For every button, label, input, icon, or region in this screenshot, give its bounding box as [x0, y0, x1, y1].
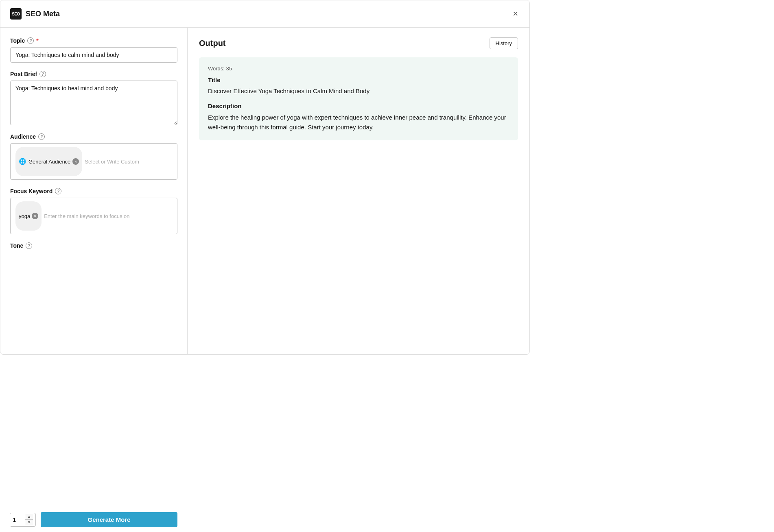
- keyword-tag-label: yoga: [19, 213, 30, 219]
- topic-help-icon[interactable]: ?: [27, 37, 34, 44]
- output-word-count: Words: 35: [208, 65, 509, 72]
- post-brief-field-group: Post Brief ?: [10, 71, 177, 125]
- audience-field-group: Audience ? 🌐 General Audience × Select o…: [10, 133, 177, 180]
- tone-label: Tone ?: [10, 242, 177, 249]
- topic-field-group: Topic ? *: [10, 37, 177, 63]
- left-panel: Topic ? * Post Brief ? Audience ? 🌐: [0, 28, 188, 354]
- topic-label-text: Topic: [10, 37, 25, 44]
- output-title-heading: Title: [208, 76, 509, 83]
- dialog-header: SEO SEO Meta ×: [0, 0, 529, 28]
- focus-keyword-help-icon[interactable]: ?: [55, 188, 61, 194]
- output-description-content: Explore the healing power of yoga with e…: [208, 113, 509, 132]
- focus-keyword-label-text: Focus Keyword: [10, 188, 52, 194]
- dialog-title: SEO Meta: [26, 10, 60, 18]
- output-description-heading: Description: [208, 102, 509, 109]
- tone-field-group: Tone ?: [10, 242, 177, 281]
- topic-label: Topic ? *: [10, 37, 177, 44]
- post-brief-help-icon[interactable]: ?: [39, 71, 46, 77]
- keyword-tag: yoga ×: [15, 201, 42, 231]
- focus-keyword-tag-input[interactable]: yoga × Enter the main keywords to focus …: [10, 198, 177, 234]
- topic-required: *: [36, 37, 38, 44]
- close-button[interactable]: ×: [511, 8, 520, 20]
- post-brief-input[interactable]: [10, 81, 177, 125]
- audience-tag-input[interactable]: 🌐 General Audience × Select or Write Cus…: [10, 143, 177, 180]
- audience-tag: 🌐 General Audience ×: [15, 147, 82, 176]
- audience-label-text: Audience: [10, 133, 36, 140]
- output-card: Words: 35 Title Discover Effective Yoga …: [199, 57, 518, 140]
- right-panel: Output History Words: 35 Title Discover …: [188, 28, 529, 354]
- focus-keyword-placeholder: Enter the main keywords to focus on: [44, 213, 129, 219]
- audience-globe-icon: 🌐: [19, 158, 26, 165]
- tone-help-icon[interactable]: ?: [26, 242, 32, 249]
- output-title-content: Discover Effective Yoga Techniques to Ca…: [208, 87, 509, 96]
- focus-keyword-label: Focus Keyword ?: [10, 188, 177, 194]
- output-title: Output: [199, 39, 226, 48]
- output-header: Output History: [199, 37, 518, 49]
- seo-icon: SEO: [10, 8, 22, 20]
- header-left: SEO SEO Meta: [10, 8, 60, 20]
- keyword-tag-remove-button[interactable]: ×: [32, 213, 38, 219]
- audience-help-icon[interactable]: ?: [38, 133, 45, 140]
- audience-label: Audience ?: [10, 133, 177, 140]
- history-button[interactable]: History: [490, 37, 518, 49]
- post-brief-label: Post Brief ?: [10, 71, 177, 77]
- audience-placeholder: Select or Write Custom: [85, 159, 139, 165]
- tone-label-text: Tone: [10, 242, 23, 249]
- main-layout: Topic ? * Post Brief ? Audience ? 🌐: [0, 28, 529, 354]
- focus-keyword-field-group: Focus Keyword ? yoga × Enter the main ke…: [10, 188, 177, 234]
- audience-tag-remove-button[interactable]: ×: [72, 158, 79, 165]
- topic-input[interactable]: [10, 47, 177, 63]
- post-brief-label-text: Post Brief: [10, 71, 37, 77]
- audience-tag-label: General Audience: [28, 159, 70, 165]
